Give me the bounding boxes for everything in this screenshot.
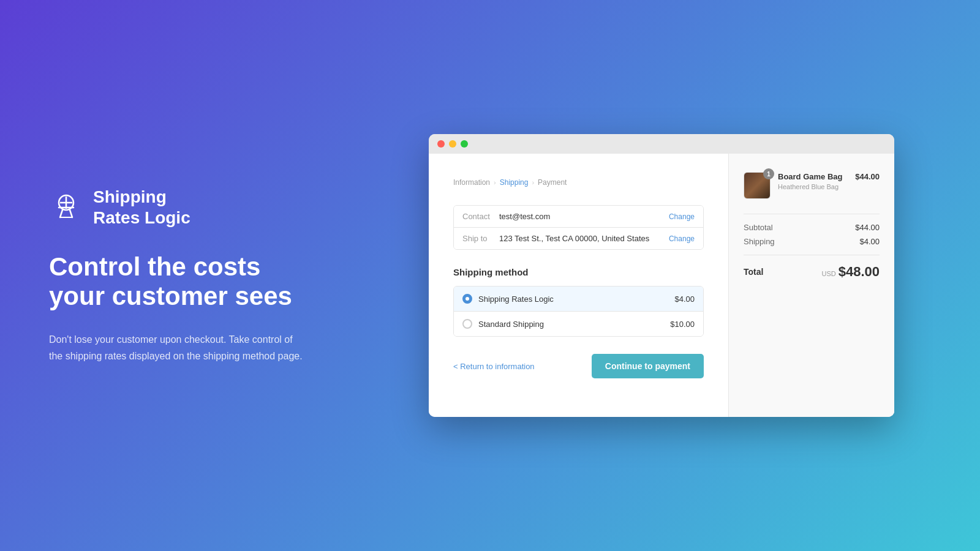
checkout-form: Information › Shipping › Payment Contact… — [429, 154, 729, 417]
traffic-light-red[interactable] — [437, 140, 445, 148]
total-value: USD $48.00 — [821, 264, 880, 280]
breadcrumb-information[interactable]: Information — [453, 178, 490, 187]
shipto-change[interactable]: Change — [669, 234, 695, 243]
product-info: Board Game Bag Heathered Blue Bag — [778, 172, 848, 190]
shipto-value: 123 Test St., Test CA 00000, United Stat… — [499, 234, 669, 243]
shipping-section-title: Shipping method — [453, 267, 704, 277]
traffic-light-green[interactable] — [461, 140, 468, 148]
subtotal-line: Subtotal $44.00 — [744, 223, 880, 232]
product-row: 1 Board Game Bag Heathered Blue Bag $44.… — [744, 172, 880, 199]
product-badge: 1 — [763, 168, 774, 179]
shipping-option-name-0: Shipping Rates Logic — [478, 294, 674, 304]
logo-area: Shipping Rates Logic — [49, 187, 355, 228]
headline: Control the costs your customer sees — [49, 252, 355, 312]
browser-content: Information › Shipping › Payment Contact… — [429, 154, 894, 417]
shipto-row: Ship to 123 Test St., Test CA 00000, Uni… — [454, 228, 703, 249]
total-line: Total USD $48.00 — [744, 255, 880, 280]
shipping-value: $4.00 — [859, 237, 880, 246]
browser-titlebar — [429, 134, 894, 154]
description: Don't lose your customer upon checkout. … — [49, 331, 306, 364]
product-image-wrap: 1 — [744, 172, 771, 199]
traffic-light-yellow[interactable] — [449, 140, 456, 148]
radio-btn-1[interactable] — [462, 319, 472, 329]
browser-mockup: Information › Shipping › Payment Contact… — [392, 134, 931, 417]
subtotal-value: $44.00 — [855, 223, 880, 232]
summary-divider — [744, 214, 880, 214]
shipping-line: Shipping $4.00 — [744, 237, 880, 246]
radio-btn-0[interactable] — [462, 294, 472, 304]
product-price: $44.00 — [855, 172, 880, 181]
order-summary: 1 Board Game Bag Heathered Blue Bag $44.… — [729, 154, 894, 417]
browser-window: Information › Shipping › Payment Contact… — [429, 134, 894, 417]
return-link[interactable]: < Return to information — [453, 362, 535, 371]
breadcrumb-sep-2: › — [532, 179, 534, 186]
product-variant: Heathered Blue Bag — [778, 183, 848, 190]
total-label: Total — [744, 267, 763, 277]
svg-line-4 — [70, 210, 72, 217]
breadcrumb-payment[interactable]: Payment — [538, 178, 567, 187]
product-name: Board Game Bag — [778, 172, 848, 181]
continue-button[interactable]: Continue to payment — [592, 354, 704, 378]
shipping-option-0[interactable]: Shipping Rates Logic $4.00 — [454, 287, 703, 312]
info-table: Contact test@test.com Change Ship to 123… — [453, 205, 704, 250]
total-currency: USD — [821, 270, 835, 277]
shipping-option-price-1: $10.00 — [670, 320, 695, 329]
contact-label: Contact — [462, 212, 499, 221]
shipping-option-price-0: $4.00 — [674, 294, 695, 304]
shipping-label: Shipping — [744, 237, 775, 246]
shipto-label: Ship to — [462, 234, 499, 243]
left-panel: Shipping Rates Logic Control the costs y… — [49, 187, 392, 364]
breadcrumb-shipping[interactable]: Shipping — [500, 178, 529, 187]
shipping-icon — [49, 190, 83, 225]
shipping-option-name-1: Standard Shipping — [478, 320, 670, 329]
subtotal-label: Subtotal — [744, 223, 773, 232]
contact-value: test@test.com — [499, 212, 669, 221]
contact-row: Contact test@test.com Change — [454, 206, 703, 228]
shipping-options: Shipping Rates Logic $4.00 Standard Ship… — [453, 286, 704, 337]
logo-text: Shipping Rates Logic — [93, 187, 190, 228]
contact-change[interactable]: Change — [669, 212, 695, 221]
svg-line-3 — [60, 210, 62, 217]
breadcrumb: Information › Shipping › Payment — [453, 178, 704, 187]
shipping-option-1[interactable]: Standard Shipping $10.00 — [454, 312, 703, 336]
breadcrumb-sep-1: › — [494, 179, 496, 186]
total-amount: $48.00 — [839, 264, 880, 280]
checkout-footer: < Return to information Continue to paym… — [453, 354, 704, 378]
